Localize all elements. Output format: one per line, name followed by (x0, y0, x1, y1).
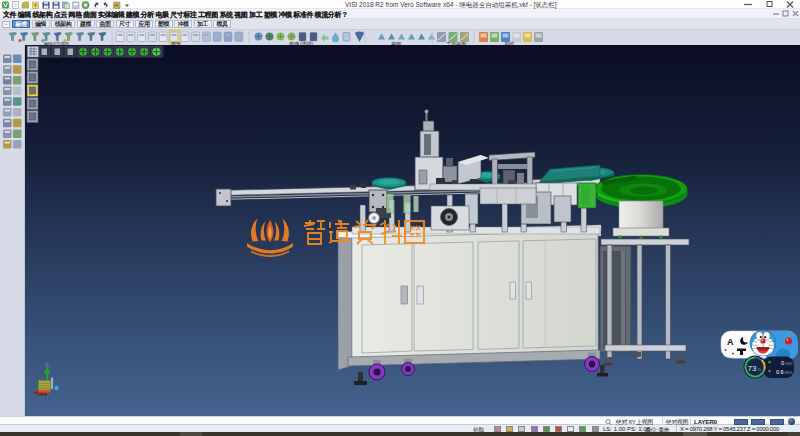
svg-text:A: A (727, 337, 734, 347)
svg-text:73: 73 (748, 364, 757, 373)
svg-text:%: % (758, 367, 762, 372)
svg-text:MB/S: MB/S (785, 371, 793, 375)
svg-text:0: 0 (781, 360, 784, 366)
svg-text:KB/S: KB/S (785, 362, 792, 366)
svg-text:0.6: 0.6 (776, 369, 784, 375)
